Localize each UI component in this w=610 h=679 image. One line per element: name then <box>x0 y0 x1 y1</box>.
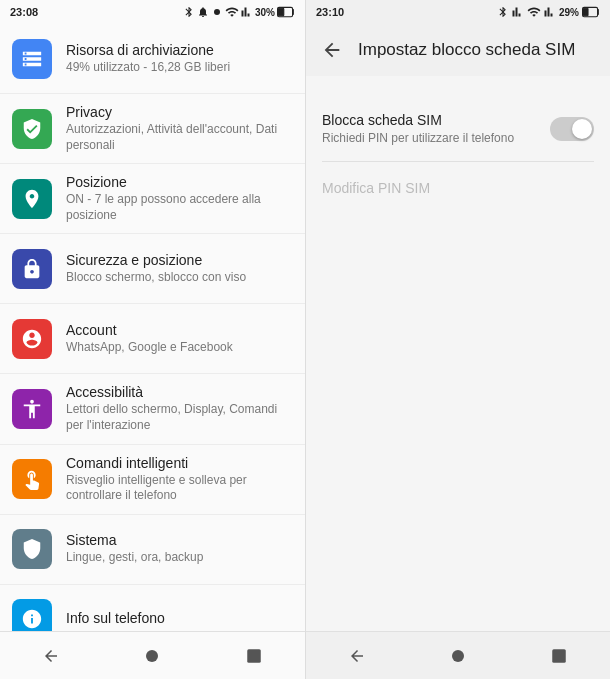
sim-toggle-switch[interactable] <box>550 117 594 141</box>
posizione-title: Posizione <box>66 174 293 190</box>
info-text: Info sul telefono <box>66 610 293 628</box>
battery-label: 30% <box>255 7 275 18</box>
right-battery-label: 29% <box>559 7 579 18</box>
system-icon <box>21 538 43 560</box>
right-back-nav-icon <box>348 647 366 665</box>
sistema-title: Sistema <box>66 532 293 548</box>
info-icon-bg <box>12 599 52 631</box>
accessibility-icon <box>21 398 43 420</box>
sicurezza-title: Sicurezza e posizione <box>66 252 293 268</box>
screencast-icon <box>211 5 223 19</box>
security-icon-bg <box>12 249 52 289</box>
right-home-nav-icon <box>449 647 467 665</box>
svg-point-0 <box>214 9 220 15</box>
location-icon-bg <box>12 179 52 219</box>
sicurezza-text: Sicurezza e posizione Blocco schermo, sb… <box>66 252 293 286</box>
sim-pin-label: Modifica PIN SIM <box>322 180 594 196</box>
sidebar-item-storage[interactable]: Risorsa di archiviazione 49% utilizzato … <box>0 24 305 94</box>
bluetooth-icon <box>183 5 195 19</box>
svg-rect-2 <box>279 8 284 16</box>
privacy-icon-bg <box>12 109 52 149</box>
account-subtitle: WhatsApp, Google e Facebook <box>66 340 293 356</box>
right-wifi-icon <box>527 5 541 19</box>
right-bluetooth-icon <box>497 5 509 19</box>
sidebar-item-info[interactable]: Info sul telefono <box>0 585 305 631</box>
right-recent-button[interactable] <box>539 636 579 676</box>
sidebar-item-comandi[interactable]: Comandi intelligenti Risveglio intellige… <box>0 445 305 515</box>
left-status-bar: 23:08 30% <box>0 0 305 24</box>
left-nav-bar <box>0 631 305 679</box>
security-icon <box>21 258 43 280</box>
accessibility-icon-bg <box>12 389 52 429</box>
left-status-icons: 30% <box>183 5 295 19</box>
sidebar-item-sicurezza[interactable]: Sicurezza e posizione Blocco schermo, sb… <box>0 234 305 304</box>
svg-point-3 <box>146 650 158 662</box>
right-status-icons: 29% <box>497 5 600 19</box>
right-battery-icon <box>582 6 600 18</box>
comandi-text: Comandi intelligenti Risveglio intellige… <box>66 455 293 504</box>
sidebar-item-account[interactable]: Account WhatsApp, Google e Facebook <box>0 304 305 374</box>
left-recent-button[interactable] <box>234 636 274 676</box>
left-panel: 23:08 30% Risorsa di archiviazione <box>0 0 305 679</box>
info-icon <box>21 608 43 630</box>
svg-point-7 <box>452 650 464 662</box>
settings-list: Risorsa di archiviazione 49% utilizzato … <box>0 24 305 631</box>
sim-toggle-row: Blocca scheda SIM Richiedi PIN per utili… <box>322 96 594 162</box>
sim-toggle-text: Blocca scheda SIM Richiedi PIN per utili… <box>322 112 550 145</box>
account-icon-bg <box>12 319 52 359</box>
account-text: Account WhatsApp, Google e Facebook <box>66 322 293 356</box>
info-title: Info sul telefono <box>66 610 293 626</box>
right-panel-title: Impostaz blocco scheda SIM <box>358 40 575 60</box>
sidebar-item-posizione[interactable]: Posizione ON - 7 le app possono accedere… <box>0 164 305 234</box>
left-home-button[interactable] <box>132 636 172 676</box>
home-nav-icon <box>143 647 161 665</box>
storage-icon <box>21 48 43 70</box>
storage-subtitle: 49% utilizzato - 16,28 GB liberi <box>66 60 293 76</box>
battery-icon <box>277 6 295 18</box>
accessibilita-text: Accessibilità Lettori dello schermo, Dis… <box>66 384 293 433</box>
right-signal-icon <box>512 5 524 19</box>
sidebar-item-sistema[interactable]: Sistema Lingue, gesti, ora, backup <box>0 515 305 585</box>
posizione-subtitle: ON - 7 le app possono accedere alla posi… <box>66 192 293 223</box>
smart-icon-bg <box>12 459 52 499</box>
accessibilita-subtitle: Lettori dello schermo, Display, Comandi … <box>66 402 293 433</box>
sim-toggle-title: Blocca scheda SIM <box>322 112 550 128</box>
sicurezza-subtitle: Blocco schermo, sblocco con viso <box>66 270 293 286</box>
back-button[interactable] <box>314 32 350 68</box>
left-back-button[interactable] <box>31 636 71 676</box>
right-recent-nav-icon <box>550 647 568 665</box>
smart-icon <box>21 468 43 490</box>
right-back-button[interactable] <box>337 636 377 676</box>
privacy-subtitle: Autorizzazioni, Attività dell'account, D… <box>66 122 293 153</box>
sim-toggle-subtitle: Richiedi PIN per utilizzare il telefono <box>322 131 550 145</box>
comandi-subtitle: Risveglio intelligente e solleva per con… <box>66 473 293 504</box>
right-bars-icon <box>544 5 556 19</box>
account-title: Account <box>66 322 293 338</box>
svg-rect-4 <box>247 649 261 663</box>
signal-icon <box>241 5 253 19</box>
posizione-text: Posizione ON - 7 le app possono accedere… <box>66 174 293 223</box>
sistema-text: Sistema Lingue, gesti, ora, backup <box>66 532 293 566</box>
right-home-button[interactable] <box>438 636 478 676</box>
storage-text: Risorsa di archiviazione 49% utilizzato … <box>66 42 293 76</box>
sidebar-item-accessibilita[interactable]: Accessibilità Lettori dello schermo, Dis… <box>0 374 305 444</box>
right-status-bar: 23:10 29% <box>306 0 610 24</box>
right-time: 23:10 <box>316 6 344 18</box>
sistema-subtitle: Lingue, gesti, ora, backup <box>66 550 293 566</box>
notification-icon <box>197 5 209 19</box>
sidebar-item-privacy[interactable]: Privacy Autorizzazioni, Attività dell'ac… <box>0 94 305 164</box>
arrow-left-icon <box>321 39 343 61</box>
svg-rect-6 <box>584 8 589 16</box>
location-icon <box>21 188 43 210</box>
sim-section: Blocca scheda SIM Richiedi PIN per utili… <box>306 96 610 214</box>
account-icon <box>21 328 43 350</box>
sim-pin-row: Modifica PIN SIM <box>322 162 594 214</box>
privacy-icon <box>21 118 43 140</box>
privacy-text: Privacy Autorizzazioni, Attività dell'ac… <box>66 104 293 153</box>
back-nav-icon <box>42 647 60 665</box>
comandi-title: Comandi intelligenti <box>66 455 293 471</box>
privacy-title: Privacy <box>66 104 293 120</box>
wifi-icon <box>225 5 239 19</box>
recent-nav-icon <box>245 647 263 665</box>
accessibilita-title: Accessibilità <box>66 384 293 400</box>
